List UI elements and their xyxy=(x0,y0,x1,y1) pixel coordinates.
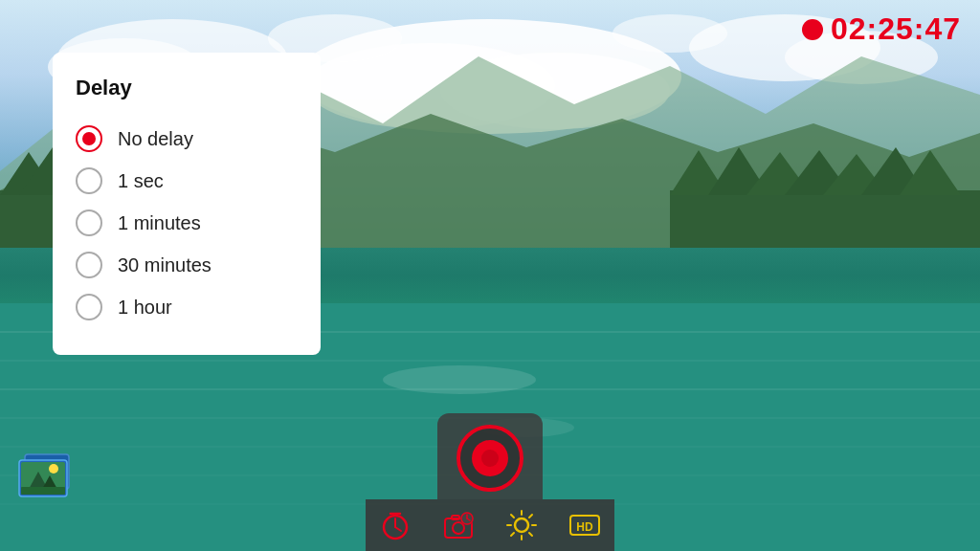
bottom-toolbar: HD xyxy=(366,413,614,551)
record-dot xyxy=(802,19,823,40)
radio-no-delay[interactable] xyxy=(76,125,102,152)
radio-1sec[interactable] xyxy=(76,167,102,194)
svg-point-50 xyxy=(453,522,464,534)
svg-point-56 xyxy=(515,518,528,532)
svg-rect-19 xyxy=(670,190,980,248)
delay-button[interactable] xyxy=(427,499,490,551)
record-button[interactable] xyxy=(457,425,523,492)
svg-line-61 xyxy=(511,515,514,518)
radio-inner-no-delay xyxy=(82,132,96,145)
record-button-container xyxy=(437,413,543,499)
recording-indicator: 02:25:47 xyxy=(802,11,961,47)
delay-option-no-delay[interactable]: No delay xyxy=(76,118,282,160)
sub-toolbar: HD xyxy=(366,499,614,551)
delay-label-1min: 1 minutes xyxy=(118,212,201,234)
svg-line-63 xyxy=(529,515,532,518)
delay-label-no-delay: No delay xyxy=(118,128,193,150)
brightness-button[interactable] xyxy=(490,499,553,551)
radio-1min[interactable] xyxy=(76,209,102,236)
svg-rect-43 xyxy=(21,487,65,495)
delay-label-30min: 30 minutes xyxy=(118,254,212,276)
svg-line-46 xyxy=(395,527,401,531)
delay-option-1sec[interactable]: 1 sec xyxy=(76,160,282,202)
record-button-inner xyxy=(472,440,508,476)
delay-option-1min[interactable]: 1 minutes xyxy=(76,202,282,244)
radio-30min[interactable] xyxy=(76,252,102,278)
radio-1hour[interactable] xyxy=(76,294,102,320)
timer-button[interactable] xyxy=(364,499,427,551)
svg-point-35 xyxy=(383,365,536,394)
svg-text:HD: HD xyxy=(576,520,593,534)
hd-button[interactable]: HD xyxy=(553,499,616,551)
delay-label-1sec: 1 sec xyxy=(118,170,164,192)
svg-line-62 xyxy=(529,533,532,536)
delay-label-1hour: 1 hour xyxy=(118,297,172,319)
record-time: 02:25:47 xyxy=(831,11,961,47)
delay-option-30min[interactable]: 30 minutes xyxy=(76,244,282,286)
delay-option-1hour[interactable]: 1 hour xyxy=(76,286,282,328)
delay-panel: Delay No delay 1 sec 1 minutes 30 minute… xyxy=(53,53,321,355)
delay-panel-title: Delay xyxy=(76,76,282,100)
svg-point-40 xyxy=(49,464,58,474)
gallery-icon[interactable] xyxy=(17,451,75,498)
svg-line-64 xyxy=(511,533,514,536)
